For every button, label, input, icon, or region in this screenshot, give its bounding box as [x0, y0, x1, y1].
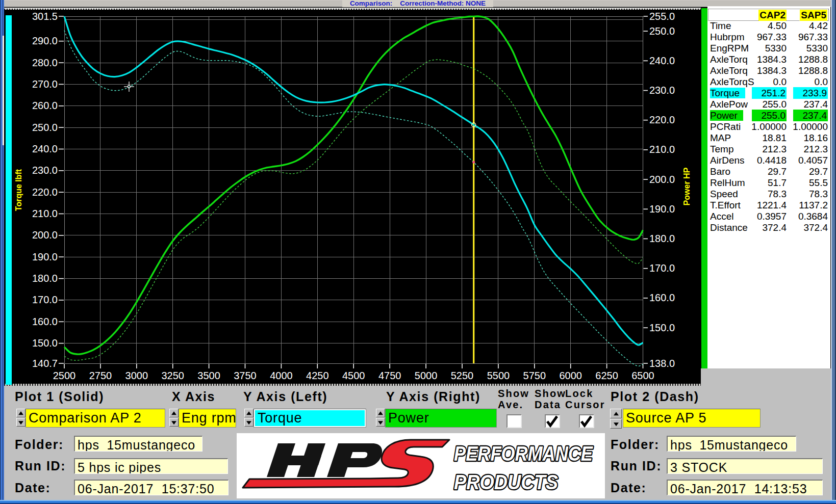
- svg-text:170.0: 170.0: [649, 262, 675, 274]
- svg-text:PERFORMANCE: PERFORMANCE: [454, 442, 593, 465]
- svg-text:150.0: 150.0: [32, 337, 58, 349]
- svg-text:190.0: 190.0: [32, 251, 58, 262]
- svg-text:260.0: 260.0: [32, 100, 58, 111]
- svg-text:210.0: 210.0: [649, 144, 675, 155]
- svg-text:5250: 5250: [451, 370, 474, 381]
- svg-text:250.0: 250.0: [32, 122, 58, 133]
- svg-text:6500: 6500: [631, 370, 654, 381]
- svg-text:Power HP: Power HP: [682, 167, 691, 205]
- svg-text:3750: 3750: [234, 370, 257, 381]
- svg-text:160.0: 160.0: [32, 316, 58, 327]
- svg-text:140.7: 140.7: [32, 358, 58, 369]
- svg-text:3500: 3500: [197, 370, 220, 381]
- svg-text:230.0: 230.0: [649, 85, 675, 96]
- svg-text:210.0: 210.0: [32, 208, 58, 219]
- svg-text:170.0: 170.0: [32, 294, 58, 305]
- svg-text:290.0: 290.0: [32, 35, 58, 46]
- svg-text:6000: 6000: [559, 370, 582, 381]
- svg-text:180.0: 180.0: [32, 273, 58, 284]
- svg-text:2750: 2750: [89, 370, 112, 381]
- svg-text:3250: 3250: [161, 370, 184, 381]
- svg-text:301.5: 301.5: [32, 11, 58, 22]
- svg-text:240.0: 240.0: [649, 55, 675, 66]
- svg-text:2500: 2500: [53, 370, 76, 381]
- svg-text:200.0: 200.0: [649, 174, 675, 185]
- svg-text:190.0: 190.0: [649, 203, 675, 215]
- svg-text:5000: 5000: [415, 370, 438, 381]
- svg-text:160.0: 160.0: [649, 292, 675, 303]
- svg-text:6250: 6250: [595, 370, 618, 381]
- svg-text:3000: 3000: [125, 370, 148, 381]
- svg-text:255.0: 255.0: [649, 11, 675, 22]
- svg-text:200.0: 200.0: [32, 229, 58, 241]
- svg-text:4500: 4500: [342, 370, 365, 381]
- svg-text:250.0: 250.0: [649, 25, 675, 37]
- svg-text:4000: 4000: [270, 370, 293, 381]
- svg-text:5750: 5750: [523, 370, 546, 381]
- svg-text:138.0: 138.0: [649, 358, 675, 369]
- svg-text:280.0: 280.0: [32, 57, 58, 68]
- svg-text:240.0: 240.0: [32, 143, 58, 154]
- svg-text:PRODUCTS: PRODUCTS: [454, 470, 558, 494]
- svg-text:4750: 4750: [378, 370, 401, 381]
- svg-text:5500: 5500: [487, 370, 510, 381]
- svg-text:180.0: 180.0: [649, 233, 675, 244]
- svg-text:220.0: 220.0: [649, 114, 675, 125]
- svg-text:150.0: 150.0: [649, 322, 675, 333]
- svg-text:4250: 4250: [306, 370, 329, 381]
- svg-text:230.0: 230.0: [32, 165, 58, 176]
- svg-text:Torque lbft: Torque lbft: [14, 169, 23, 211]
- svg-text:270.0: 270.0: [32, 78, 58, 90]
- svg-text:220.0: 220.0: [32, 187, 58, 198]
